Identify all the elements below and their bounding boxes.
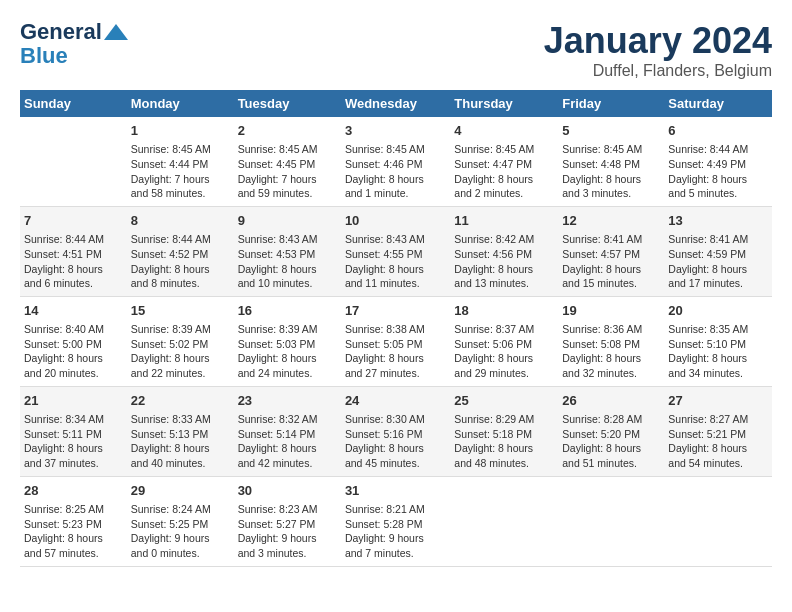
calendar-cell: 2Sunrise: 8:45 AMSunset: 4:45 PMDaylight…: [234, 117, 341, 206]
week-row-3: 14Sunrise: 8:40 AMSunset: 5:00 PMDayligh…: [20, 296, 772, 386]
day-info: Sunrise: 8:43 AMSunset: 4:55 PMDaylight:…: [345, 232, 446, 291]
calendar-cell: 15Sunrise: 8:39 AMSunset: 5:02 PMDayligh…: [127, 296, 234, 386]
day-info: Sunrise: 8:41 AMSunset: 4:59 PMDaylight:…: [668, 232, 768, 291]
calendar-cell: 25Sunrise: 8:29 AMSunset: 5:18 PMDayligh…: [450, 386, 558, 476]
day-number: 7: [24, 212, 123, 230]
calendar-cell: 16Sunrise: 8:39 AMSunset: 5:03 PMDayligh…: [234, 296, 341, 386]
day-info: Sunrise: 8:39 AMSunset: 5:02 PMDaylight:…: [131, 322, 230, 381]
calendar-cell: 10Sunrise: 8:43 AMSunset: 4:55 PMDayligh…: [341, 206, 450, 296]
day-number: 13: [668, 212, 768, 230]
calendar-cell: 3Sunrise: 8:45 AMSunset: 4:46 PMDaylight…: [341, 117, 450, 206]
day-info: Sunrise: 8:45 AMSunset: 4:44 PMDaylight:…: [131, 142, 230, 201]
day-number: 20: [668, 302, 768, 320]
day-number: 18: [454, 302, 554, 320]
calendar-cell: 20Sunrise: 8:35 AMSunset: 5:10 PMDayligh…: [664, 296, 772, 386]
calendar-cell: [664, 476, 772, 566]
day-number: 19: [562, 302, 660, 320]
header-wednesday: Wednesday: [341, 90, 450, 117]
day-number: 22: [131, 392, 230, 410]
calendar-cell: 28Sunrise: 8:25 AMSunset: 5:23 PMDayligh…: [20, 476, 127, 566]
day-info: Sunrise: 8:27 AMSunset: 5:21 PMDaylight:…: [668, 412, 768, 471]
day-info: Sunrise: 8:33 AMSunset: 5:13 PMDaylight:…: [131, 412, 230, 471]
logo-general: General: [20, 20, 102, 44]
calendar-cell: 27Sunrise: 8:27 AMSunset: 5:21 PMDayligh…: [664, 386, 772, 476]
day-info: Sunrise: 8:28 AMSunset: 5:20 PMDaylight:…: [562, 412, 660, 471]
calendar-cell: 30Sunrise: 8:23 AMSunset: 5:27 PMDayligh…: [234, 476, 341, 566]
calendar-cell: [558, 476, 664, 566]
day-number: 8: [131, 212, 230, 230]
day-info: Sunrise: 8:25 AMSunset: 5:23 PMDaylight:…: [24, 502, 123, 561]
title-block: January 2024 Duffel, Flanders, Belgium: [544, 20, 772, 80]
calendar-cell: 13Sunrise: 8:41 AMSunset: 4:59 PMDayligh…: [664, 206, 772, 296]
day-info: Sunrise: 8:45 AMSunset: 4:45 PMDaylight:…: [238, 142, 337, 201]
calendar-cell: 19Sunrise: 8:36 AMSunset: 5:08 PMDayligh…: [558, 296, 664, 386]
day-info: Sunrise: 8:36 AMSunset: 5:08 PMDaylight:…: [562, 322, 660, 381]
day-number: 31: [345, 482, 446, 500]
day-number: 25: [454, 392, 554, 410]
day-info: Sunrise: 8:30 AMSunset: 5:16 PMDaylight:…: [345, 412, 446, 471]
calendar-cell: 14Sunrise: 8:40 AMSunset: 5:00 PMDayligh…: [20, 296, 127, 386]
day-number: 27: [668, 392, 768, 410]
day-info: Sunrise: 8:38 AMSunset: 5:05 PMDaylight:…: [345, 322, 446, 381]
calendar-cell: 1Sunrise: 8:45 AMSunset: 4:44 PMDaylight…: [127, 117, 234, 206]
subtitle: Duffel, Flanders, Belgium: [544, 62, 772, 80]
day-info: Sunrise: 8:45 AMSunset: 4:47 PMDaylight:…: [454, 142, 554, 201]
calendar-cell: 9Sunrise: 8:43 AMSunset: 4:53 PMDaylight…: [234, 206, 341, 296]
header-monday: Monday: [127, 90, 234, 117]
main-title: January 2024: [544, 20, 772, 62]
day-number: 16: [238, 302, 337, 320]
calendar-cell: 18Sunrise: 8:37 AMSunset: 5:06 PMDayligh…: [450, 296, 558, 386]
day-info: Sunrise: 8:41 AMSunset: 4:57 PMDaylight:…: [562, 232, 660, 291]
calendar-cell: 5Sunrise: 8:45 AMSunset: 4:48 PMDaylight…: [558, 117, 664, 206]
day-number: 10: [345, 212, 446, 230]
day-info: Sunrise: 8:21 AMSunset: 5:28 PMDaylight:…: [345, 502, 446, 561]
page-header: General Blue January 2024 Duffel, Flande…: [20, 20, 772, 80]
calendar-cell: 12Sunrise: 8:41 AMSunset: 4:57 PMDayligh…: [558, 206, 664, 296]
day-info: Sunrise: 8:43 AMSunset: 4:53 PMDaylight:…: [238, 232, 337, 291]
calendar-cell: 31Sunrise: 8:21 AMSunset: 5:28 PMDayligh…: [341, 476, 450, 566]
logo-icon: [102, 22, 130, 42]
day-info: Sunrise: 8:23 AMSunset: 5:27 PMDaylight:…: [238, 502, 337, 561]
header-tuesday: Tuesday: [234, 90, 341, 117]
day-number: 4: [454, 122, 554, 140]
day-info: Sunrise: 8:44 AMSunset: 4:52 PMDaylight:…: [131, 232, 230, 291]
week-row-1: 1Sunrise: 8:45 AMSunset: 4:44 PMDaylight…: [20, 117, 772, 206]
day-info: Sunrise: 8:32 AMSunset: 5:14 PMDaylight:…: [238, 412, 337, 471]
calendar-table: SundayMondayTuesdayWednesdayThursdayFrid…: [20, 90, 772, 567]
day-info: Sunrise: 8:35 AMSunset: 5:10 PMDaylight:…: [668, 322, 768, 381]
day-number: 14: [24, 302, 123, 320]
day-number: 1: [131, 122, 230, 140]
week-row-2: 7Sunrise: 8:44 AMSunset: 4:51 PMDaylight…: [20, 206, 772, 296]
calendar-cell: 6Sunrise: 8:44 AMSunset: 4:49 PMDaylight…: [664, 117, 772, 206]
day-number: 29: [131, 482, 230, 500]
day-number: 28: [24, 482, 123, 500]
day-number: 9: [238, 212, 337, 230]
day-number: 2: [238, 122, 337, 140]
day-info: Sunrise: 8:42 AMSunset: 4:56 PMDaylight:…: [454, 232, 554, 291]
day-info: Sunrise: 8:40 AMSunset: 5:00 PMDaylight:…: [24, 322, 123, 381]
calendar-header-row: SundayMondayTuesdayWednesdayThursdayFrid…: [20, 90, 772, 117]
day-number: 26: [562, 392, 660, 410]
day-info: Sunrise: 8:34 AMSunset: 5:11 PMDaylight:…: [24, 412, 123, 471]
header-saturday: Saturday: [664, 90, 772, 117]
day-number: 15: [131, 302, 230, 320]
day-number: 5: [562, 122, 660, 140]
calendar-cell: 29Sunrise: 8:24 AMSunset: 5:25 PMDayligh…: [127, 476, 234, 566]
logo-blue: Blue: [20, 44, 68, 68]
day-info: Sunrise: 8:45 AMSunset: 4:46 PMDaylight:…: [345, 142, 446, 201]
day-info: Sunrise: 8:29 AMSunset: 5:18 PMDaylight:…: [454, 412, 554, 471]
day-info: Sunrise: 8:45 AMSunset: 4:48 PMDaylight:…: [562, 142, 660, 201]
day-info: Sunrise: 8:24 AMSunset: 5:25 PMDaylight:…: [131, 502, 230, 561]
week-row-4: 21Sunrise: 8:34 AMSunset: 5:11 PMDayligh…: [20, 386, 772, 476]
calendar-cell: 17Sunrise: 8:38 AMSunset: 5:05 PMDayligh…: [341, 296, 450, 386]
calendar-cell: 8Sunrise: 8:44 AMSunset: 4:52 PMDaylight…: [127, 206, 234, 296]
calendar-cell: 4Sunrise: 8:45 AMSunset: 4:47 PMDaylight…: [450, 117, 558, 206]
calendar-cell: 22Sunrise: 8:33 AMSunset: 5:13 PMDayligh…: [127, 386, 234, 476]
day-info: Sunrise: 8:44 AMSunset: 4:49 PMDaylight:…: [668, 142, 768, 201]
day-number: 6: [668, 122, 768, 140]
day-number: 23: [238, 392, 337, 410]
calendar-cell: 11Sunrise: 8:42 AMSunset: 4:56 PMDayligh…: [450, 206, 558, 296]
calendar-cell: 23Sunrise: 8:32 AMSunset: 5:14 PMDayligh…: [234, 386, 341, 476]
header-thursday: Thursday: [450, 90, 558, 117]
day-number: 12: [562, 212, 660, 230]
